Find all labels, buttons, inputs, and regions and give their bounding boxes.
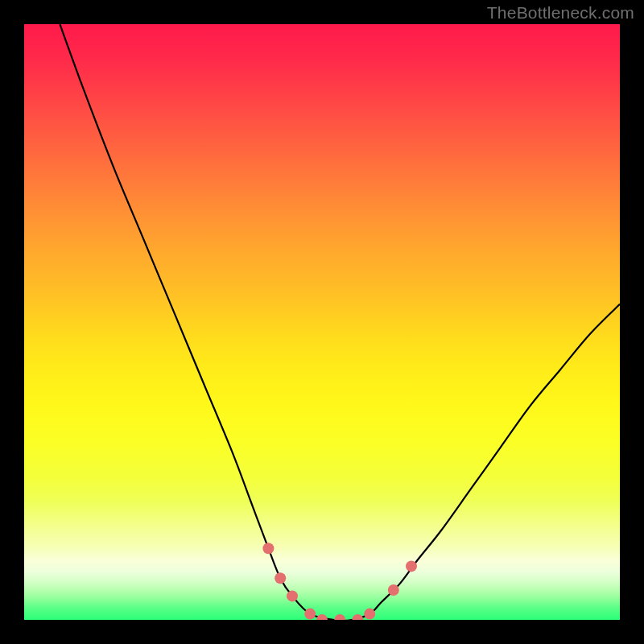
chart-frame: TheBottleneck.com — [0, 0, 644, 644]
marker-dot — [406, 560, 417, 572]
watermark-text: TheBottleneck.com — [487, 3, 634, 23]
marker-dot — [287, 590, 298, 601]
marker-dot — [364, 609, 375, 620]
plot-area — [24, 24, 620, 620]
chart-svg — [24, 24, 620, 620]
bottleneck-curve-path — [60, 24, 620, 620]
marker-dot — [388, 584, 399, 596]
marker-dot — [352, 614, 363, 620]
marker-dot — [262, 543, 274, 554]
marker-group — [262, 543, 417, 620]
marker-dot — [316, 614, 328, 620]
marker-dot — [275, 572, 286, 584]
marker-dot — [334, 614, 345, 620]
marker-dot — [304, 609, 316, 620]
